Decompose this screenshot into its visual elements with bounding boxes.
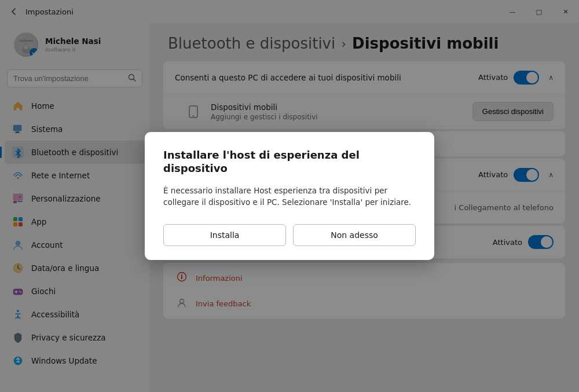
dialog-install-button[interactable]: Installa: [163, 224, 286, 246]
dialog: Installare l'host di esperienza del disp…: [145, 132, 434, 260]
dialog-actions: Installa Non adesso: [163, 224, 416, 246]
dialog-body: È necessario installare Host esperienza …: [163, 185, 416, 208]
dialog-overlay: Installare l'host di esperienza del disp…: [0, 0, 579, 392]
dialog-title: Installare l'host di esperienza del disp…: [163, 148, 416, 175]
dialog-cancel-button[interactable]: Non adesso: [293, 224, 416, 246]
